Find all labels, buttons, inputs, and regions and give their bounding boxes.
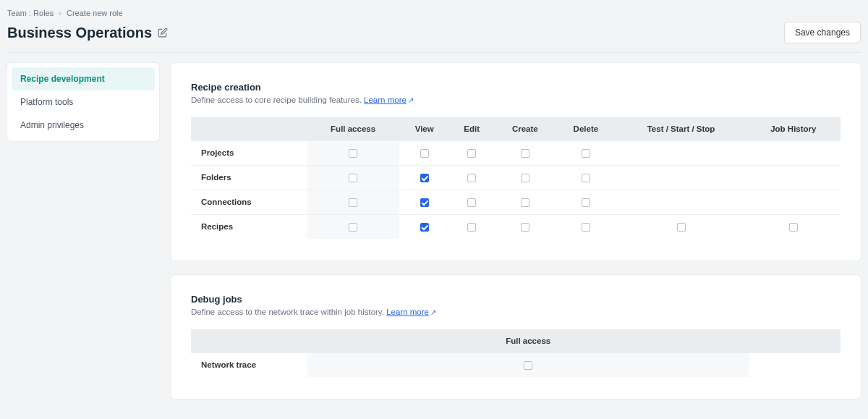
recipe-creation-panel: Recipe creation Define access to core re… [171,63,861,261]
permission-cell [449,190,494,214]
col-rowlabel [191,329,307,353]
permissions-table-recipe-creation: Full access View Edit Create Delete Test… [191,117,841,239]
sidebar-item-platform-tools[interactable]: Platform tools [12,90,155,114]
section-desc-recipe-creation: Define access to core recipe building fe… [191,96,841,104]
permission-cell [307,190,399,214]
breadcrumb: Team : Roles › Create new role [7,9,861,17]
permission-cell [494,214,556,238]
checkbox[interactable] [582,149,590,158]
checkbox[interactable] [467,174,476,182]
permission-cell [616,141,746,166]
permission-cell [307,141,399,166]
save-changes-button[interactable]: Save changes [784,22,861,43]
permission-cell [616,190,746,214]
checkbox[interactable] [582,174,590,182]
edit-icon[interactable] [158,27,168,38]
checkbox[interactable] [582,223,590,232]
permission-cell [746,141,841,166]
col-rowlabel [191,117,307,141]
permission-cell [556,141,616,166]
table-row: Connections [191,190,841,214]
checkbox[interactable] [789,223,798,232]
col-full-access: Full access [307,117,399,141]
checkbox[interactable] [524,361,532,370]
permission-cell [556,165,616,190]
permission-cell [494,141,556,166]
checkbox[interactable] [677,223,686,232]
row-label: Recipes [191,214,307,238]
breadcrumb-separator: › [59,9,61,17]
checkbox[interactable] [420,198,429,207]
table-row: Projects [191,141,841,166]
row-label: Folders [191,165,307,190]
row-label: Network trace [191,352,307,376]
checkbox[interactable] [349,174,357,182]
page-title: Business Operations [7,25,152,41]
permission-cell [399,141,449,166]
sidebar-item-admin-privileges[interactable]: Admin privileges [12,114,155,137]
permission-cell [399,165,449,190]
checkbox[interactable] [521,149,529,158]
permissions-table-debug-jobs: Full access Network trace [191,329,841,377]
permission-cell [556,190,616,214]
breadcrumb-root[interactable]: Team : Roles [7,9,54,17]
permission-cell [449,165,494,190]
checkbox[interactable] [420,223,429,232]
learn-more-link[interactable]: Learn more [364,96,407,104]
permission-cell [399,214,449,238]
section-desc-debug-jobs: Define access to the network trace withi… [191,308,841,316]
permission-cell [746,214,841,238]
permission-cell [746,165,841,190]
section-title-recipe-creation: Recipe creation [191,82,841,93]
col-test-start-stop: Test / Start / Stop [616,117,746,141]
permission-cell [556,214,616,238]
row-label: Connections [191,190,307,214]
col-view: View [399,117,449,141]
debug-jobs-panel: Debug jobs Define access to the network … [171,275,861,399]
permission-cell [616,214,746,238]
permission-cell [307,352,749,376]
permission-cell [307,165,399,190]
permission-cell [399,190,449,214]
checkbox[interactable] [521,198,529,207]
checkbox[interactable] [420,149,429,158]
col-job-history: Job History [746,117,841,141]
sidebar: Recipe development Platform tools Admin … [7,63,159,141]
table-row: Folders [191,165,841,190]
external-link-icon: ↗ [408,96,414,104]
checkbox[interactable] [349,198,357,207]
permission-cell [494,190,556,214]
col-edit: Edit [449,117,494,141]
permission-cell [449,214,494,238]
permission-cell [746,190,841,214]
checkbox[interactable] [349,149,357,158]
col-create: Create [494,117,556,141]
sidebar-item-recipe-development[interactable]: Recipe development [12,67,155,90]
checkbox[interactable] [521,174,529,182]
checkbox[interactable] [467,149,476,158]
col-delete: Delete [556,117,616,141]
permission-cell [307,214,399,238]
checkbox[interactable] [467,223,476,232]
breadcrumb-current: Create new role [67,9,123,17]
learn-more-link[interactable]: Learn more [386,308,429,316]
permission-cell [616,165,746,190]
row-label: Projects [191,141,307,166]
external-link-icon: ↗ [430,308,436,316]
checkbox[interactable] [349,223,357,232]
permission-cell [494,165,556,190]
table-row: Recipes [191,214,841,238]
checkbox[interactable] [582,198,590,207]
col-full-access: Full access [307,329,749,353]
checkbox[interactable] [420,174,429,182]
checkbox[interactable] [521,223,529,232]
table-row: Network trace [191,352,841,376]
checkbox[interactable] [467,198,476,207]
permission-cell [449,141,494,166]
section-title-debug-jobs: Debug jobs [191,294,841,305]
